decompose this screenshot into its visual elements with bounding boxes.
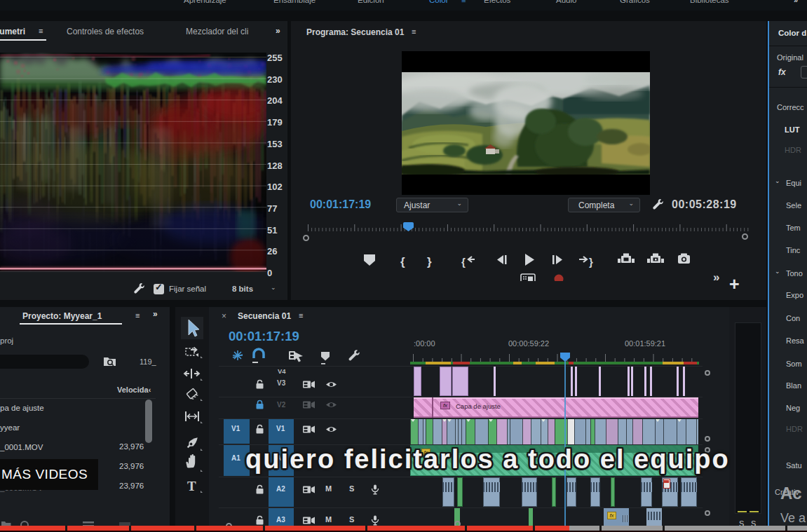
svg-text:{: { xyxy=(461,256,466,268)
svg-text:}: } xyxy=(589,256,593,268)
svg-text:{: { xyxy=(400,255,405,268)
svg-text:T: T xyxy=(187,479,196,493)
svg-text:}: } xyxy=(427,255,432,268)
